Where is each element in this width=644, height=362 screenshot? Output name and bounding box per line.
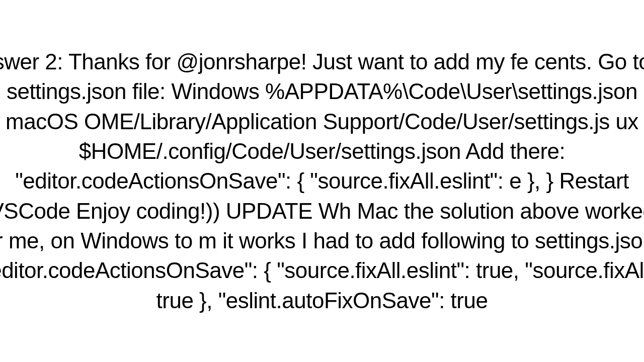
answer-text-block: swer 2: Thanks for @jonrsharpe! Just wan… bbox=[0, 47, 644, 316]
answer-body: swer 2: Thanks for @jonrsharpe! Just wan… bbox=[0, 49, 644, 313]
